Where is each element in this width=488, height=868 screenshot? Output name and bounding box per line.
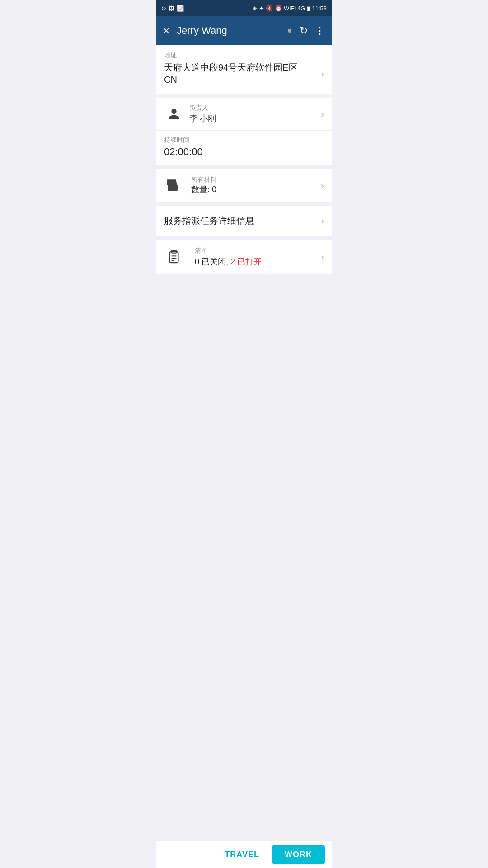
responsible-person-row[interactable]: 负责人 李 小刚 › <box>156 98 332 131</box>
divider-3 <box>156 202 332 206</box>
materials-quantity: 数量: 0 <box>191 184 216 195</box>
alarm-icon: ⏰ <box>275 5 282 12</box>
wifi-icon: WiFi <box>284 5 296 12</box>
sync-button[interactable]: ↻ <box>300 26 308 36</box>
materials-section[interactable]: 所有材料 数量: 0 › <box>156 169 332 202</box>
checklist-open-count: 2 <box>230 257 235 266</box>
checklist-closed-count: 0 <box>195 257 199 266</box>
location-icon: ⊕ <box>252 5 257 12</box>
service-dispatch-row[interactable]: 服务指派任务详细信息 › <box>156 206 332 236</box>
responsible-chevron-icon: › <box>321 109 324 119</box>
checklist-label: 清单 <box>195 247 317 255</box>
divider-4 <box>156 236 332 240</box>
duration-value: 02:00:00 <box>164 146 324 158</box>
service-dispatch-label: 服务指派任务详细信息 <box>164 215 317 227</box>
clipboard-icon <box>167 250 181 264</box>
materials-chevron-icon: › <box>321 180 324 191</box>
status-left-icons: ⊙ 🖼 📈 <box>161 5 184 12</box>
chart-icon: 📈 <box>177 5 184 12</box>
duration-section: 持续时间 02:00:00 <box>156 131 332 165</box>
checklist-chevron-icon: › <box>321 252 324 262</box>
signal-icon: 4G <box>297 5 305 12</box>
divider-1 <box>156 94 332 98</box>
bottom-action-bar: TRAVEL WORK <box>156 841 332 868</box>
responsible-label: 负责人 <box>189 104 317 112</box>
cart-icon-container <box>164 178 184 193</box>
checklist-value: 0 已关闭, 2 已打开 <box>195 256 317 267</box>
status-right-icons: ⊕ ✦ 🔇 ⏰ WiFi 4G ▮ 11:53 <box>252 5 327 12</box>
status-bar: ⊙ 🖼 📈 ⊕ ✦ 🔇 ⏰ WiFi 4G ▮ 11:53 <box>156 0 332 16</box>
cart-icon <box>166 178 182 193</box>
responsible-content: 负责人 李 小刚 <box>189 104 317 124</box>
circle-icon: ⊙ <box>161 5 166 12</box>
address-label: 地址 <box>164 52 324 60</box>
toolbar: × Jerry Wang ↻ ⋮ <box>156 16 332 45</box>
mute-icon: 🔇 <box>266 5 273 12</box>
image-icon: 🖼 <box>169 5 174 12</box>
page-title: Jerry Wang <box>177 25 281 37</box>
sync-status-indicator <box>288 29 292 33</box>
person-icon <box>168 108 180 120</box>
address-section[interactable]: 地址 天府大道中段94号天府软件园E区 CN › <box>156 45 332 94</box>
service-chevron-icon: › <box>321 216 324 226</box>
checklist-icon-container <box>164 250 184 264</box>
address-line2: CN <box>164 75 177 85</box>
materials-label: 所有材料 <box>191 176 216 184</box>
travel-button[interactable]: TRAVEL <box>217 845 267 864</box>
address-text: 天府大道中段94号天府软件园E区 CN <box>164 61 317 86</box>
main-content: 地址 天府大道中段94号天府软件园E区 CN › 负责人 李 小刚 › 持续时间… <box>156 45 332 305</box>
work-button[interactable]: WORK <box>272 845 325 864</box>
address-chevron-icon: › <box>321 69 324 79</box>
checklist-closed-label: 已关闭, <box>202 257 228 266</box>
checklist-section[interactable]: 清单 0 已关闭, 2 已打开 › <box>156 240 332 274</box>
time-display: 11:53 <box>312 5 327 12</box>
checklist-open-label: 已打开 <box>237 257 262 266</box>
address-row[interactable]: 天府大道中段94号天府软件园E区 CN › <box>164 61 324 86</box>
sync-dot <box>288 29 291 33</box>
duration-label: 持续时间 <box>164 136 324 144</box>
checklist-content: 清单 0 已关闭, 2 已打开 <box>189 247 317 267</box>
person-icon-container <box>164 108 184 120</box>
bottom-spacer <box>156 274 332 305</box>
responsible-value: 李 小刚 <box>189 113 317 124</box>
more-options-button[interactable]: ⋮ <box>315 26 325 36</box>
battery-icon: ▮ <box>307 5 310 12</box>
close-button[interactable]: × <box>163 25 169 36</box>
address-line1: 天府大道中段94号天府软件园E区 <box>164 62 298 72</box>
divider-2 <box>156 165 332 169</box>
toolbar-actions: ↻ ⋮ <box>288 26 325 36</box>
bluetooth-icon: ✦ <box>259 5 264 12</box>
